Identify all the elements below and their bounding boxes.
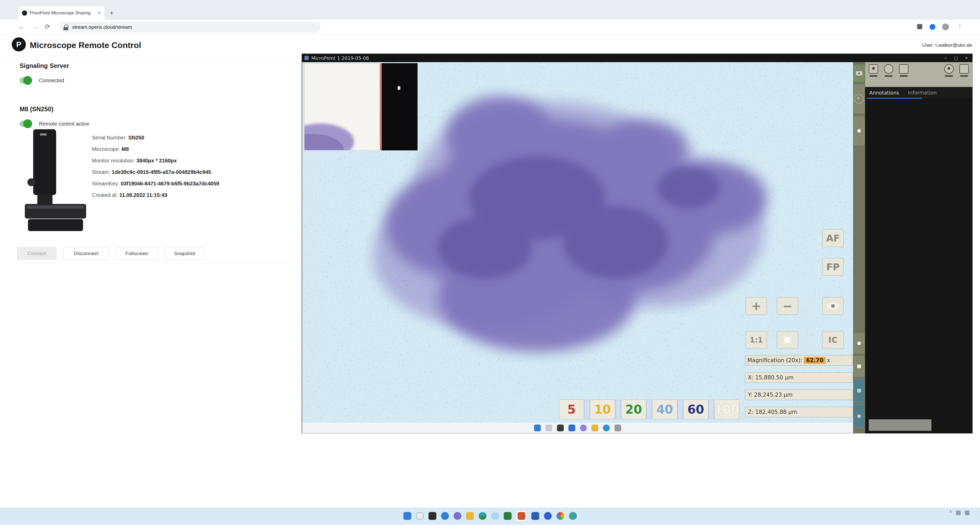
objective-20x-button[interactable]: 20 [621,399,646,419]
slide-overview-thumbnail[interactable] [304,63,381,150]
remote-maximize-icon[interactable]: ▢ [953,56,959,60]
panel-tool-import[interactable] [943,64,955,77]
copilot-icon[interactable] [491,512,499,520]
extensions-icon[interactable] [917,24,922,29]
zoom-out-button[interactable]: − [777,297,798,315]
slide-viewer-canvas[interactable]: AF FP + − 1:1 IC Magnification (20x): 62… [302,62,853,423]
brightness-button[interactable] [777,331,798,349]
start-icon[interactable] [403,512,411,520]
focus-plane-button[interactable]: FP [822,258,844,276]
tab-information[interactable]: Information [908,90,937,95]
active-app-indicator[interactable] [516,511,527,521]
magnification-row: Magnification (20x): 62.70 x [745,355,853,365]
remote-window-titlebar[interactable]: MicroPoint 1 2019-05-08 – ▢ × [302,54,972,62]
remote-user-icon[interactable] [614,424,621,431]
screen: PreciPoint Microscope Sharing × + ← → ⟳ … [0,0,980,529]
new-tab-button[interactable]: + [110,9,114,17]
export-icon [959,64,969,74]
label-camera-thumbnail[interactable] [382,63,418,150]
tray-volume-icon[interactable] [965,510,970,515]
objective-60x-button[interactable]: 60 [683,399,708,419]
draw-icon [899,64,908,74]
remote-edge-icon[interactable] [603,424,610,431]
search-icon[interactable] [416,512,424,520]
detail-stream: Stream:1de39c9c-0915-4f85-a57a-004829b4c… [92,169,219,181]
objective-5x-button[interactable]: 5 [559,399,584,419]
signaling-server-heading: Signaling Server [19,62,69,70]
pointer-tool-button[interactable] [854,116,864,145]
panel-scrollbar[interactable] [869,419,931,431]
zoom-in-button[interactable]: + [746,297,767,315]
stop-tool-button[interactable] [854,356,864,376]
tray-network-icon[interactable] [956,510,961,515]
stop-icon [857,364,861,368]
brightness-icon [785,337,791,343]
objective-separator [708,400,714,419]
forward-icon[interactable]: → [32,23,38,30]
panel-tool-circle[interactable] [883,64,894,77]
fullscreen-button[interactable]: Fullscreen [116,247,158,260]
ic-button[interactable]: IC [822,331,844,349]
tool-label [870,75,877,77]
connect-button[interactable]: Connect [17,247,57,260]
objective-40x-button[interactable]: 40 [652,399,677,419]
connected-label: Connected [39,78,64,84]
panel-tool-draw[interactable] [898,64,910,77]
outlook-icon[interactable] [531,512,539,520]
y-position-readout: Y: 28,245.23 µm [745,389,853,400]
share-tool-button[interactable] [854,405,864,428]
profile-avatar[interactable] [942,24,949,30]
overview-eye-button[interactable] [822,297,844,315]
autofocus-button[interactable]: AF [822,229,844,247]
objective-10x-button[interactable]: 10 [590,399,615,419]
panel-tool-marker[interactable] [868,64,879,77]
tray-chevron-icon[interactable]: ^ [950,510,952,516]
teams-icon[interactable] [544,512,552,520]
record-tool-button[interactable] [854,333,864,354]
remote-loop-icon[interactable] [580,424,587,431]
reload-icon[interactable]: ⟳ [45,23,50,30]
file-explorer-icon[interactable] [466,512,474,520]
browser-tab-strip: PreciPoint Microscope Sharing × + [0,0,980,19]
remote-taskview-icon[interactable] [568,424,575,431]
eye-icon [827,303,839,310]
connected-toggle[interactable] [19,77,32,84]
remote-app-icon-dark[interactable] [557,424,564,431]
tab-close-icon[interactable]: × [98,10,101,16]
stream-icon [857,389,861,392]
remote-control-toggle[interactable] [19,121,32,127]
microscope-heading: M8 (SN250) [19,105,53,113]
panel-tool-export[interactable] [958,64,970,77]
stage-dial-button[interactable] [854,84,864,113]
objective-separator [646,400,652,419]
url-bar[interactable]: stream.operis.cloud/stream [59,22,321,33]
edge-icon[interactable] [479,512,487,520]
remote-close-icon[interactable]: × [963,56,970,60]
remote-minimize-icon[interactable]: – [942,56,949,60]
remote-explorer-icon[interactable] [592,424,598,431]
store-icon[interactable] [569,512,577,520]
extension-badge-icon[interactable] [930,24,935,30]
objective-100x-button[interactable]: 100 [714,399,740,419]
remote-desktop-window: MicroPoint 1 2019-05-08 – ▢ × [302,54,973,434]
terminal-icon[interactable] [428,512,436,520]
taskview-icon[interactable] [441,512,449,520]
remote-search-icon[interactable] [546,424,552,431]
excel-icon[interactable] [504,512,512,520]
browser-tab[interactable]: PreciPoint Microscope Sharing × [18,6,105,19]
remote-start-icon[interactable] [534,424,541,431]
kebab-menu-icon[interactable]: ⋮ [957,22,963,30]
tab-annotations[interactable]: Annotations [869,90,899,95]
microscope-photo [25,129,86,239]
label-highlight [398,86,400,90]
chrome-icon[interactable] [557,512,564,520]
viewer-tool-strip [853,62,865,434]
snapshot-tool-button[interactable] [854,65,864,81]
disconnect-button[interactable]: Disconnect [64,247,109,260]
one-to-one-button[interactable]: 1:1 [746,331,767,349]
widgets-icon[interactable] [453,512,461,520]
stream-tool-button[interactable] [854,379,864,402]
circle-icon [884,64,893,74]
back-icon[interactable]: ← [18,23,25,30]
snapshot-button[interactable]: Snapshot [165,247,204,260]
